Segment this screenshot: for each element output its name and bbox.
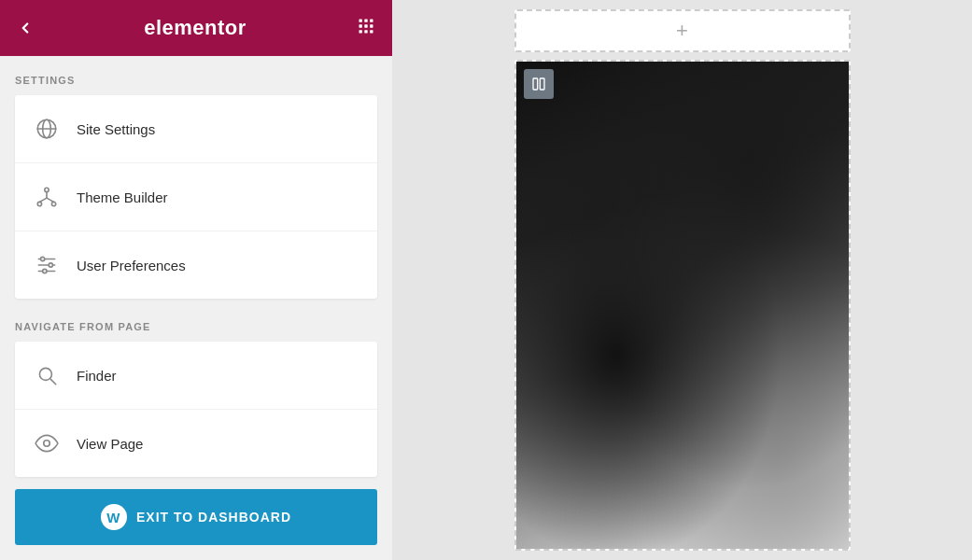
panel-content: SETTINGS Site Settings [0, 56, 392, 489]
site-settings-label: Site Settings [77, 121, 155, 137]
user-preferences-label: User Preferences [77, 258, 186, 273]
svg-line-25 [50, 379, 55, 384]
exit-to-dashboard-button[interactable]: W EXIT TO DASHBOARD [15, 489, 377, 545]
svg-rect-8 [370, 30, 373, 33]
site-settings-item[interactable]: Site Settings [15, 95, 377, 163]
columns-handle[interactable] [524, 69, 554, 99]
svg-point-24 [39, 368, 51, 380]
grid-icon[interactable] [357, 17, 375, 40]
svg-rect-4 [364, 24, 367, 27]
user-preferences-item[interactable]: User Preferences [15, 231, 377, 299]
back-button[interactable] [17, 20, 34, 36]
add-section-bar[interactable]: + [514, 9, 851, 52]
svg-rect-2 [370, 19, 373, 21]
svg-rect-28 [540, 78, 544, 90]
finder-item[interactable]: Finder [15, 342, 377, 410]
canvas-image-inner [516, 62, 849, 549]
wordpress-icon: W [101, 504, 127, 530]
view-page-label: View Page [77, 436, 143, 452]
svg-rect-1 [364, 19, 367, 21]
finder-label: Finder [77, 368, 117, 384]
canvas-area: + [392, 0, 972, 560]
sliders-icon [30, 248, 63, 282]
svg-rect-6 [359, 30, 362, 33]
settings-card: Site Settings Theme Builder [15, 95, 377, 299]
app-title: elementor [144, 16, 247, 40]
svg-point-26 [44, 441, 50, 447]
add-section-plus: + [676, 19, 688, 43]
settings-label: SETTINGS [15, 75, 377, 86]
svg-rect-5 [370, 24, 373, 27]
left-panel: elementor SETTINGS [0, 0, 392, 560]
globe-icon [30, 112, 63, 146]
svg-line-17 [47, 198, 54, 202]
theme-builder-label: Theme Builder [77, 189, 168, 205]
svg-rect-0 [359, 19, 362, 21]
theme-builder-item[interactable]: Theme Builder [15, 163, 377, 231]
svg-point-22 [49, 263, 52, 267]
header: elementor [0, 0, 392, 56]
svg-rect-7 [364, 30, 367, 33]
svg-rect-3 [359, 24, 362, 27]
eye-icon [30, 427, 63, 460]
svg-line-16 [39, 198, 47, 202]
svg-point-23 [43, 269, 47, 273]
search-icon [30, 358, 63, 392]
navigate-label: NAVIGATE FROM PAGE [15, 321, 377, 332]
canvas-image [516, 62, 849, 549]
svg-rect-27 [533, 78, 538, 90]
svg-point-21 [41, 257, 45, 260]
exit-button-label: EXIT TO DASHBOARD [136, 510, 291, 525]
theme-builder-icon [30, 180, 63, 214]
canvas [514, 60, 851, 551]
view-page-item[interactable]: View Page [15, 410, 377, 477]
navigate-card: Finder View Page [15, 342, 377, 477]
